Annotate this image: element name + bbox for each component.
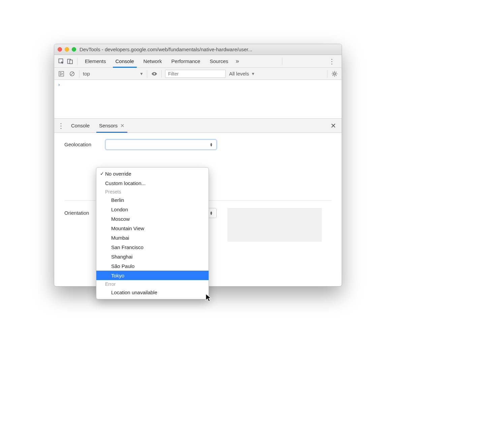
separator — [161, 70, 162, 78]
dropdown-item-berlin[interactable]: Berlin — [96, 195, 209, 205]
svg-line-13 — [336, 75, 337, 76]
select-caret-icon: ▲▼ — [208, 210, 214, 216]
svg-point-7 — [334, 73, 336, 75]
svg-line-14 — [333, 75, 333, 76]
tab-elements[interactable]: Elements — [80, 55, 111, 67]
close-drawer-icon[interactable]: ✕ — [328, 122, 338, 130]
dropdown-item-location-unavailable[interactable]: Location unavailable — [96, 288, 209, 297]
separator — [79, 70, 80, 78]
panel-tabstrip: Elements Console Network Performance Sou… — [54, 55, 342, 68]
separator — [327, 70, 327, 78]
tab-console[interactable]: Console — [111, 55, 139, 67]
console-toolbar: top ▼ All levels ▼ — [54, 68, 342, 80]
window-controls — [58, 47, 76, 52]
tab-sources[interactable]: Sources — [205, 55, 233, 67]
dropdown-item-london[interactable]: London — [96, 205, 209, 214]
drawer-menu-icon[interactable]: ⋮ — [58, 122, 66, 130]
separator — [77, 58, 77, 65]
select-caret-icon: ▲▼ — [208, 141, 214, 148]
device-toolbar-icon[interactable] — [66, 57, 74, 65]
separator — [282, 58, 282, 65]
dropdown-item-mountain-view[interactable]: Mountain View — [96, 223, 209, 233]
zoom-window-button[interactable] — [72, 47, 76, 52]
context-dropdown[interactable]: top ▼ — [83, 71, 144, 77]
svg-point-6 — [154, 73, 155, 74]
main-menu-icon[interactable]: ⋮ — [325, 57, 339, 65]
titlebar: DevTools - developers.google.com/web/fun… — [54, 44, 342, 55]
geolocation-select[interactable]: ▲▼ — [105, 140, 217, 150]
svg-line-15 — [336, 72, 337, 72]
geolocation-label: Geolocation — [64, 140, 101, 147]
tab-performance[interactable]: Performance — [167, 55, 205, 67]
console-output[interactable]: › — [54, 80, 342, 119]
orientation-preview — [227, 208, 322, 242]
dropdown-group-error: Error — [96, 280, 209, 288]
console-prompt: › — [58, 82, 60, 87]
filter-input[interactable] — [165, 70, 226, 78]
dropdown-item-sao-paulo[interactable]: São Paulo — [96, 261, 209, 271]
dropdown-item-mumbai[interactable]: Mumbai — [96, 233, 209, 242]
tab-network[interactable]: Network — [139, 55, 167, 67]
caret-down-icon: ▼ — [251, 71, 255, 76]
live-expression-icon[interactable] — [151, 70, 158, 78]
dropdown-item-moscow[interactable]: Moscow — [96, 214, 209, 223]
dropdown-item-tokyo[interactable]: Tokyo — [96, 271, 209, 280]
dropdown-item-custom-location[interactable]: Custom location... — [96, 178, 209, 188]
more-tabs-icon[interactable]: » — [233, 58, 242, 65]
window-title: DevTools - developers.google.com/web/fun… — [80, 47, 338, 52]
separator — [147, 70, 147, 78]
dropdown-item-no-override[interactable]: ✓ No override — [96, 169, 209, 178]
check-icon: ✓ — [99, 171, 105, 176]
levels-value: All levels — [229, 71, 249, 77]
minimize-window-button[interactable] — [65, 47, 69, 52]
svg-line-12 — [333, 72, 333, 72]
inspect-element-icon[interactable] — [57, 57, 66, 65]
drawer-tab-console[interactable]: Console — [66, 119, 94, 132]
context-value: top — [83, 71, 90, 77]
dropdown-group-presets: Presets — [96, 188, 209, 195]
caret-down-icon: ▼ — [139, 71, 144, 76]
drawer-tabstrip: ⋮ Console Sensors ✕ ✕ — [54, 119, 342, 133]
close-tab-icon[interactable]: ✕ — [120, 123, 125, 129]
geolocation-dropdown-menu: ✓ No override Custom location... Presets… — [96, 167, 209, 299]
geolocation-row: Geolocation ▲▼ — [64, 140, 332, 150]
settings-gear-icon[interactable] — [331, 70, 338, 78]
svg-line-5 — [71, 72, 73, 75]
close-window-button[interactable] — [58, 47, 62, 52]
run-icon[interactable] — [58, 70, 65, 78]
log-levels-dropdown[interactable]: All levels ▼ — [229, 71, 255, 77]
clear-console-icon[interactable] — [68, 70, 76, 78]
svg-rect-2 — [70, 60, 72, 64]
dropdown-item-san-francisco[interactable]: San Francisco — [96, 242, 209, 252]
dropdown-item-shanghai[interactable]: Shanghai — [96, 252, 209, 261]
drawer-tab-sensors[interactable]: Sensors ✕ — [94, 119, 129, 132]
